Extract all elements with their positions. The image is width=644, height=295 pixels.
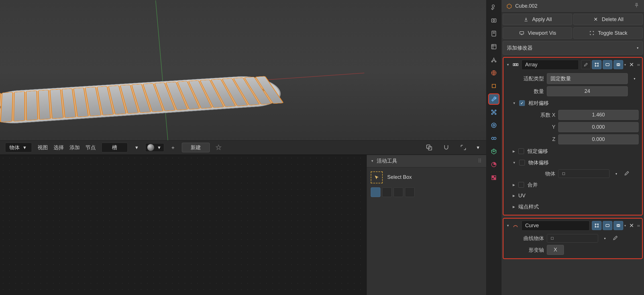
factor-z-field[interactable]: 0.000 (558, 134, 639, 144)
menu-node[interactable]: 节点 (85, 144, 96, 151)
chevron-down-icon[interactable]: ▾ (624, 224, 626, 228)
new-material-button[interactable]: 新建 (182, 143, 210, 152)
factor-x-field[interactable]: 1.460 (558, 110, 639, 120)
render-tab-icon[interactable] (488, 15, 500, 26)
plus-icon[interactable]: ＋ (170, 144, 176, 151)
deform-axis-x[interactable]: X (547, 245, 564, 255)
svg-rect-2 (492, 19, 496, 22)
render-toggle[interactable] (614, 60, 623, 69)
array-name: Array (525, 62, 537, 67)
menu-select[interactable]: 选择 (54, 144, 64, 151)
curve-object-field[interactable] (547, 234, 598, 243)
svg-rect-10 (492, 84, 496, 88)
select-mode-set[interactable] (371, 187, 380, 197)
svg-point-3 (493, 20, 495, 21)
delete-modifier-button[interactable]: ✕ (627, 221, 636, 230)
svg-point-30 (598, 63, 598, 64)
disclosure-triangle-icon[interactable]: ▶ (513, 194, 515, 198)
output-tab-icon[interactable] (488, 28, 500, 39)
apply-all-button[interactable]: Apply All (503, 14, 572, 25)
menu-view[interactable]: 视图 (38, 144, 48, 151)
object-tab-icon[interactable] (488, 80, 500, 92)
fit-icon[interactable] (458, 142, 469, 153)
eyedropper-icon[interactable] (612, 235, 619, 242)
scene-tab-icon[interactable] (488, 54, 500, 65)
viewport-toggle[interactable] (603, 60, 612, 69)
eyedropper-icon[interactable] (623, 170, 630, 177)
cage-toggle[interactable] (592, 221, 602, 230)
drag-handle-icon[interactable]: ⠿ (636, 63, 640, 66)
texture-tab-icon[interactable] (488, 172, 500, 183)
select-mode-subtract[interactable] (394, 187, 403, 197)
shader-mode-dropdown[interactable]: 物体 ▾ (5, 143, 32, 152)
disclosure-triangle-icon[interactable]: ▼ (506, 224, 510, 227)
disclosure-triangle-icon[interactable]: ▼ (506, 63, 510, 66)
svg-point-32 (598, 65, 598, 66)
modifier-tab-icon[interactable] (488, 93, 500, 105)
select-box-tool-icon (371, 171, 383, 183)
chevron-down-icon[interactable]: ▾ (475, 144, 481, 151)
cage-toggle[interactable] (592, 60, 602, 69)
disclosure-triangle-icon[interactable]: ▶ (513, 183, 515, 187)
merge-checkbox[interactable] (518, 182, 524, 188)
chevron-down-icon: ▾ (21, 144, 28, 151)
object-offset-checkbox[interactable] (519, 160, 525, 165)
factor-y-label: Y (518, 124, 555, 130)
svg-point-39 (598, 224, 598, 225)
relative-offset-checkbox[interactable]: ✓ (519, 100, 525, 106)
pin-icon[interactable] (634, 3, 639, 10)
chevron-down-icon[interactable]: ▾ (624, 63, 626, 67)
material-tab-icon[interactable] (488, 159, 500, 170)
toggle-stack-button[interactable]: Toggle Stack (573, 27, 643, 39)
new-label: 新建 (191, 145, 201, 150)
viewport-3d[interactable] (0, 0, 486, 140)
constraint-tab-icon[interactable] (488, 133, 500, 144)
modifier-name-field[interactable]: Array (521, 60, 579, 70)
viewport-toggle[interactable] (603, 221, 612, 230)
chevron-down-icon: ▾ (631, 77, 639, 81)
svg-rect-5 (492, 44, 496, 49)
add-modifier-dropdown[interactable]: 添加修改器 ▾ (503, 41, 643, 55)
disclosure-triangle-icon[interactable]: ▶ (513, 205, 515, 209)
drag-handle-icon[interactable]: ⠿ (636, 224, 640, 227)
menu-add[interactable]: 添加 (70, 144, 80, 151)
svg-point-12 (492, 110, 493, 111)
constant-offset-label: 恒定偏移 (527, 148, 548, 155)
disclosure-triangle-icon: ▼ (371, 159, 374, 163)
shader-node-area[interactable] (0, 155, 366, 295)
count-field[interactable]: 24 (547, 86, 628, 96)
world-tab-icon[interactable] (488, 67, 500, 79)
physics-tab-icon[interactable] (488, 120, 500, 131)
fit-type-dropdown[interactable]: 固定数量 (547, 73, 628, 84)
expand-icon (589, 30, 595, 36)
pin-icon[interactable] (215, 144, 222, 151)
tool-panel-header[interactable]: ▼ 活动工具 ⠿ (367, 155, 486, 167)
render-toggle[interactable] (614, 221, 623, 230)
material-preview[interactable]: ▾ (145, 143, 164, 152)
delete-all-button[interactable]: ✕ Delete All (573, 14, 643, 25)
chevron-down-icon[interactable]: ▾ (133, 144, 140, 151)
disclosure-triangle-icon[interactable]: ▶ (513, 149, 515, 153)
drag-handle-icon[interactable]: ⠿ (478, 158, 482, 164)
factor-y-field[interactable]: 0.000 (558, 122, 639, 132)
properties-tab-rail (486, 0, 502, 295)
tool-tab-icon[interactable] (488, 2, 500, 13)
viewlayer-tab-icon[interactable] (488, 41, 500, 52)
count-label: 数量 (507, 88, 544, 95)
svg-point-16 (493, 124, 495, 126)
delete-modifier-button[interactable]: ✕ (627, 60, 636, 69)
mesh-tab-icon[interactable] (488, 146, 500, 157)
edit-mode-toggle[interactable] (581, 60, 591, 69)
particle-tab-icon[interactable] (488, 106, 500, 118)
modifier-name-field[interactable]: Curve (521, 221, 590, 231)
select-mode-intersect[interactable] (405, 187, 415, 197)
offset-object-field[interactable] (558, 169, 610, 178)
snap-icon[interactable] (441, 142, 452, 153)
slot-dropdown[interactable]: 槽 (101, 143, 128, 152)
disclosure-triangle-icon[interactable]: ▼ (513, 101, 516, 105)
disclosure-triangle-icon[interactable]: ▼ (513, 161, 516, 164)
viewport-vis-button[interactable]: Viewport Vis (503, 27, 572, 39)
select-mode-extend[interactable] (382, 187, 392, 197)
constant-offset-checkbox[interactable] (518, 148, 524, 154)
overlap-toggle-icon[interactable] (423, 142, 435, 153)
